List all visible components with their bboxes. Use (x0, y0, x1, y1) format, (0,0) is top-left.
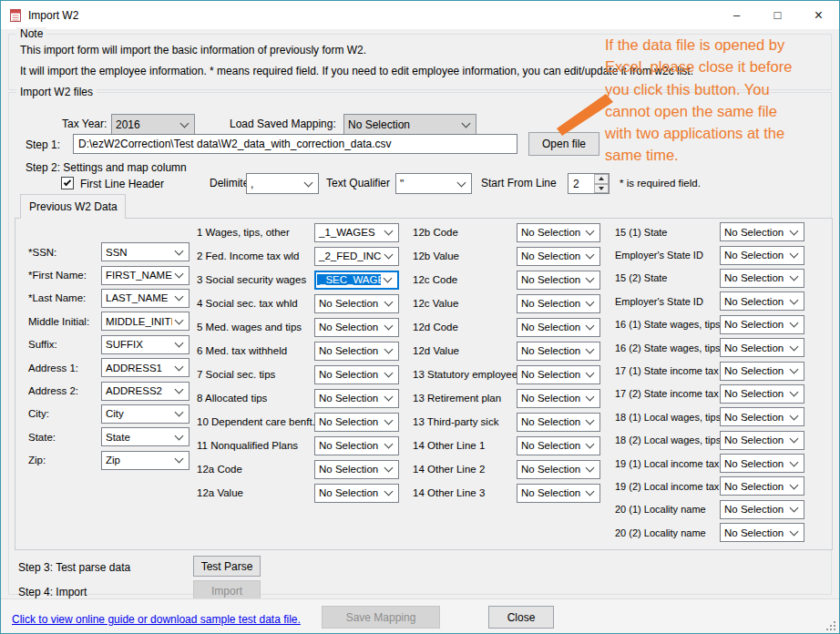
tax-year-label: Tax Year: (62, 118, 107, 130)
mapping-select[interactable]: No Selection (314, 413, 399, 432)
mapping-label: 12a Code (197, 464, 314, 475)
mapping-select[interactable]: No Selection (314, 460, 399, 479)
mapping-select[interactable]: SUFFIX (101, 335, 190, 354)
mapping-select[interactable]: No Selection (314, 342, 399, 361)
mapping-select[interactable]: No Selection (517, 460, 600, 479)
load-saved-mapping-select[interactable]: No Selection (343, 114, 476, 135)
mapping-select[interactable]: No Selection (720, 384, 804, 404)
mapping-select[interactable]: ADDRESS1 (101, 358, 190, 377)
mapping-select[interactable]: No Selection (517, 484, 600, 503)
mapping-label: 19 (2) Local income tax (615, 481, 720, 492)
first-line-header-checkbox[interactable] (61, 177, 74, 189)
mapping-label: 20 (1) Locality name (615, 504, 720, 515)
stepper-up-button[interactable] (594, 174, 609, 184)
chevron-down-icon (175, 292, 184, 302)
mapping-select[interactable]: _2_FED_INCOME (314, 247, 399, 266)
mapping-select[interactable]: No Selection (720, 500, 804, 519)
mapping-row: *Last Name: LAST_NAME (28, 287, 190, 310)
mapping-select[interactable]: No Selection (314, 389, 399, 408)
mapping-row: 14 Other Line 3 No Selection (413, 481, 600, 505)
import-w2-files-group: Import W2 files Tax Year: 2016 Load Save… (8, 92, 832, 595)
mapping-select[interactable]: No Selection (517, 294, 600, 313)
chevron-down-icon (586, 251, 595, 260)
close-button[interactable]: Close (488, 606, 554, 629)
tax-year-select[interactable]: 2016 (111, 114, 195, 135)
mapping-select[interactable]: ADDRESS2 (101, 382, 190, 401)
close-window-button[interactable]: × (798, 1, 839, 29)
chevron-down-icon (175, 270, 184, 279)
mapping-row: Zip: Zip (28, 449, 190, 472)
mapping-select[interactable]: No Selection (720, 523, 804, 542)
mapping-select[interactable]: No Selection (720, 315, 804, 334)
mapping-select[interactable]: No Selection (720, 431, 804, 450)
mapping-select[interactable]: No Selection (720, 338, 804, 357)
chevron-down-icon (384, 298, 394, 307)
mapping-label: 15 (2) State (615, 272, 720, 283)
mapping-select[interactable]: City (101, 404, 190, 424)
text-qualifier-select[interactable]: " (395, 173, 472, 194)
mapping-select[interactable]: No Selection (314, 436, 399, 455)
mapping-label: 14 Other Line 2 (413, 464, 517, 475)
mapping-select[interactable]: No Selection (517, 271, 600, 290)
chevron-down-icon (790, 250, 799, 259)
mapping-row: 12c Value No Selection (413, 291, 600, 315)
mapping-select[interactable]: No Selection (517, 389, 600, 408)
mapping-select[interactable]: MIDDLE_INITIAL (101, 312, 190, 331)
mapping-select-value: No Selection (315, 464, 382, 475)
mapping-select[interactable]: No Selection (720, 246, 804, 265)
mapping-select[interactable]: No Selection (720, 269, 804, 288)
mapping-select[interactable]: No Selection (720, 222, 804, 241)
online-guide-link[interactable]: Click to view online guide or download s… (12, 613, 301, 626)
mapping-select[interactable]: No Selection (720, 454, 804, 473)
file-path-input[interactable]: D:\ezW2Correction\Test data\W2_data_with… (73, 134, 517, 154)
tax-year-value: 2016 (112, 118, 178, 131)
mapping-select[interactable]: No Selection (720, 407, 804, 426)
mapping-select-value: No Selection (721, 272, 787, 283)
mapping-column-wages: 1 Wages, tips, other _1_WAGES 2 Fed. Inc… (197, 220, 399, 505)
mapping-select[interactable]: _1_WAGES (314, 223, 399, 242)
mapping-select[interactable]: _SEC_WAGES (314, 271, 399, 290)
mapping-select[interactable]: No Selection (314, 294, 399, 313)
mapping-select[interactable]: No Selection (517, 365, 600, 384)
mapping-select[interactable]: No Selection (720, 362, 804, 381)
tab-page-previous-w2-data: *SSN: SSN *First Name: FIRST_NAME (15, 218, 833, 550)
chevron-down-icon (790, 226, 799, 235)
mapping-select[interactable]: No Selection (517, 413, 600, 432)
mapping-select[interactable]: No Selection (517, 318, 600, 337)
mapping-select-value: _SEC_WAGES (317, 274, 381, 285)
chevron-down-icon (462, 118, 471, 128)
maximize-button[interactable]: □ (757, 1, 798, 29)
chevron-down-icon (586, 393, 595, 402)
mapping-label: 20 (2) Locality name (615, 527, 720, 538)
chevron-down-icon (175, 408, 184, 417)
mapping-select[interactable]: No Selection (314, 365, 399, 384)
mapping-select[interactable]: FIRST_NAME (101, 266, 190, 285)
mapping-label: Employer's State ID (615, 250, 720, 261)
resize-grip[interactable] (826, 621, 836, 631)
stepper-down-button[interactable] (594, 184, 609, 194)
mapping-select[interactable]: SSN (101, 242, 190, 261)
save-mapping-button[interactable]: Save Mapping (322, 606, 440, 629)
mapping-select[interactable]: No Selection (517, 436, 600, 455)
chevron-down-icon (790, 435, 799, 444)
mapping-row: 3 Social security wages _SEC_WAGES (197, 268, 399, 291)
minimize-button[interactable]: – (716, 1, 757, 29)
mapping-select[interactable]: No Selection (517, 342, 600, 361)
mapping-select-value: No Selection (721, 296, 787, 307)
mapping-select[interactable]: No Selection (314, 484, 399, 503)
mapping-select[interactable]: Zip (101, 451, 190, 470)
mapping-select[interactable]: No Selection (314, 318, 399, 337)
mapping-select[interactable]: LAST_NAME (101, 289, 190, 308)
mapping-select[interactable]: State (101, 427, 190, 446)
mapping-select[interactable]: No Selection (517, 223, 600, 242)
mapping-select[interactable]: No Selection (720, 291, 804, 311)
mapping-select-value: No Selection (315, 416, 382, 427)
tab-previous-w2-data[interactable]: Previous W2 Data (20, 194, 126, 219)
triangle-up-icon (599, 177, 604, 180)
delimiter-select[interactable]: , (246, 173, 319, 194)
test-parse-button[interactable]: Test Parse (193, 556, 261, 577)
mapping-select[interactable]: No Selection (517, 247, 600, 266)
mapping-select[interactable]: No Selection (720, 476, 804, 496)
mapping-label: 12a Value (197, 487, 314, 498)
start-from-line-stepper[interactable]: 2 (568, 173, 610, 194)
